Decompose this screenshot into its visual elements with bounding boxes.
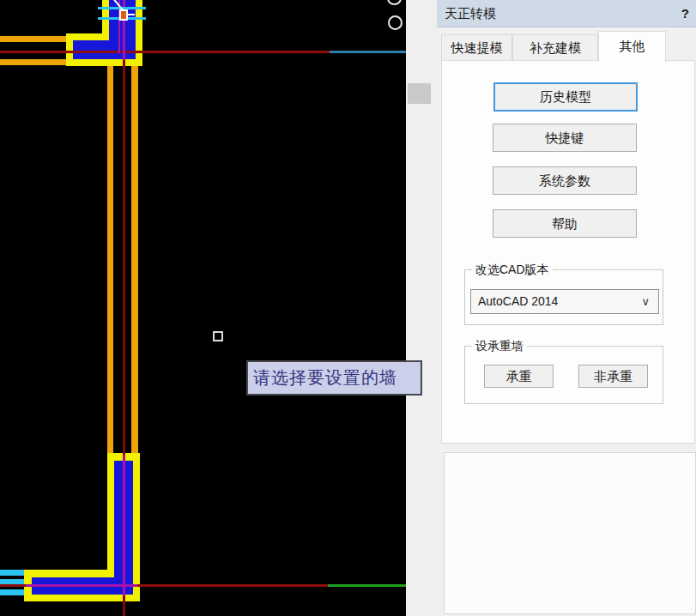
window-line-cyan-3[interactable] (0, 589, 24, 595)
app-window: 请选择要设置的墙 天正转模 ? 快速提模 补充建模 其他 历史模型 快捷键 系统… (0, 0, 696, 616)
bearing-button[interactable]: 承重 (484, 365, 554, 388)
bearing-wall-group-label: 设承重墙 (472, 339, 527, 353)
tab-other[interactable]: 其他 (598, 31, 666, 62)
lower-palette-section (444, 452, 696, 614)
history-model-button[interactable]: 历史模型 (493, 82, 638, 112)
axis-line-horizontal-top-red[interactable] (0, 51, 330, 53)
wall-edge-gold-vertical-left[interactable] (107, 66, 113, 453)
axis-line-vertical-magenta-bottom (123, 455, 125, 596)
selected-wall-top-corner-fill[interactable] (73, 40, 136, 59)
tab-quick-modeling[interactable]: 快速提模 (441, 34, 512, 61)
non-bearing-button[interactable]: 非承重 (578, 365, 648, 388)
wall-edge-gold-vertical-right[interactable] (131, 66, 138, 455)
cad-version-select[interactable]: AutoCAD 2014 ∨ (470, 289, 659, 314)
palette-titlebar: 天正转模 ? (437, 0, 696, 27)
vertical-scrollbar[interactable] (406, 0, 437, 616)
command-tooltip: 请选择要设置的墙 (246, 360, 422, 396)
tab-page-other: 历史模型 快捷键 系统参数 帮助 改选CAD版本 AutoCAD 2014 ∨ … (441, 60, 695, 444)
palette-title: 天正转模 (445, 0, 496, 27)
wall-edge-gold-top-left-upper[interactable] (0, 36, 67, 42)
hotkeys-button[interactable]: 快捷键 (493, 124, 637, 152)
axis-line-horizontal-top-blue[interactable] (330, 51, 406, 53)
wall-edge-gold-top-left-lower[interactable] (0, 59, 67, 65)
tab-supplement-modeling[interactable]: 补充建模 (512, 34, 598, 61)
door-symbol-tick (128, 14, 135, 15)
bearing-wall-group: 设承重墙 承重 非承重 (464, 346, 663, 404)
pickbox-cursor (213, 331, 223, 341)
chevron-down-icon: ∨ (641, 290, 650, 313)
annotation-circle-icon (388, 15, 402, 30)
system-params-button[interactable]: 系统参数 (493, 166, 637, 195)
window-line-cyan-1[interactable] (0, 570, 24, 576)
cad-version-group: 改选CAD版本 AutoCAD 2014 ∨ (464, 269, 663, 325)
axis-line-horizontal-bottom-green[interactable] (328, 584, 406, 587)
scrollbar-thumb[interactable] (408, 83, 431, 104)
door-symbol-icon (119, 9, 128, 21)
annotation-circle-clipped-icon (387, 0, 402, 5)
cad-version-value: AutoCAD 2014 (478, 294, 558, 308)
tianzheng-palette: 天正转模 ? 快速提模 补充建模 其他 历史模型 快捷键 系统参数 帮助 改选C… (437, 0, 696, 616)
axis-line-horizontal-bottom-magenta (26, 584, 137, 587)
help-icon[interactable]: ? (681, 0, 689, 27)
cad-canvas[interactable] (0, 0, 406, 616)
help-button[interactable]: 帮助 (493, 209, 637, 238)
cad-version-group-label: 改选CAD版本 (472, 263, 553, 277)
